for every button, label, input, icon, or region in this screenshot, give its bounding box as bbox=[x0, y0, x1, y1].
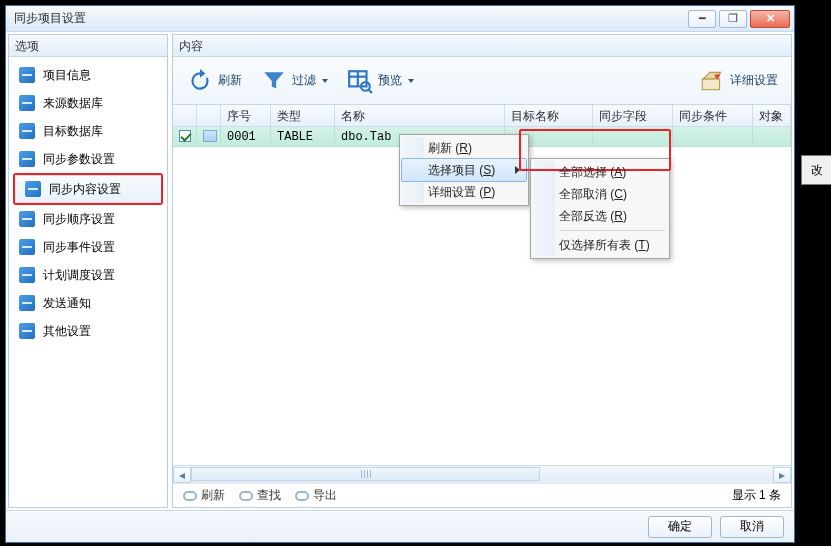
folder-icon bbox=[19, 211, 35, 227]
refresh-icon bbox=[186, 67, 214, 95]
status-count: 显示 1 条 bbox=[732, 487, 781, 504]
horizontal-scrollbar[interactable]: ◂ ▸ bbox=[173, 465, 791, 483]
sidebar-item-label: 同步参数设置 bbox=[43, 151, 115, 168]
funnel-icon bbox=[260, 67, 288, 95]
sidebar-item-target-db[interactable]: 目标数据库 bbox=[9, 117, 167, 145]
status-refresh[interactable]: 刷新 bbox=[183, 487, 225, 504]
sidebar-item-label: 同步事件设置 bbox=[43, 239, 115, 256]
folder-icon bbox=[19, 151, 35, 167]
folder-icon bbox=[25, 181, 41, 197]
menu-item-select-items[interactable]: 选择项目 (S) bbox=[401, 158, 527, 182]
sidebar-item-label: 来源数据库 bbox=[43, 95, 103, 112]
menu-item-select-all[interactable]: 全部选择 (A) bbox=[533, 161, 667, 183]
window-buttons: ━ ❐ ✕ bbox=[688, 10, 790, 28]
menu-item-detail-settings[interactable]: 详细设置 (P) bbox=[402, 181, 526, 203]
folder-icon bbox=[19, 295, 35, 311]
sidebar-panel: 选项 项目信息 来源数据库 目标数据库 同步参数设置 bbox=[8, 34, 168, 508]
sidebar-item-source-db[interactable]: 来源数据库 bbox=[9, 89, 167, 117]
col-type[interactable]: 类型 bbox=[271, 105, 335, 126]
menu-label: 全部反选 (R) bbox=[559, 208, 627, 225]
col-target-name[interactable]: 目标名称 bbox=[505, 105, 593, 126]
menu-item-deselect-all[interactable]: 全部取消 (C) bbox=[533, 183, 667, 205]
sidebar-item-label: 发送通知 bbox=[43, 295, 91, 312]
sidebar-item-sync-events[interactable]: 同步事件设置 bbox=[9, 233, 167, 261]
cancel-button[interactable]: 取消 bbox=[720, 516, 784, 538]
button-label: 取消 bbox=[740, 518, 764, 535]
menu-item-invert-selection[interactable]: 全部反选 (R) bbox=[533, 205, 667, 227]
cell-seq: 0001 bbox=[221, 127, 271, 146]
status-bar: 刷新 查找 导出 显示 1 条 bbox=[173, 483, 791, 507]
menu-item-refresh[interactable]: 刷新 (R) bbox=[402, 137, 526, 159]
folder-icon bbox=[19, 95, 35, 111]
grid-header: 序号 类型 名称 目标名称 同步字段 同步条件 对象 bbox=[173, 105, 791, 127]
cell-check[interactable] bbox=[173, 127, 197, 146]
ok-button[interactable]: 确定 bbox=[648, 516, 712, 538]
refresh-button[interactable]: 刷新 bbox=[179, 62, 249, 100]
grid-search-icon bbox=[346, 67, 374, 95]
titlebar: 同步项目设置 ━ ❐ ✕ bbox=[6, 6, 794, 32]
sidebar-item-label: 计划调度设置 bbox=[43, 267, 115, 284]
minimize-button[interactable]: ━ bbox=[688, 10, 716, 28]
scroll-thumb[interactable] bbox=[191, 467, 540, 481]
menu-label: 选择项目 (S) bbox=[428, 162, 495, 179]
folder-icon bbox=[19, 239, 35, 255]
col-name[interactable]: 名称 bbox=[335, 105, 505, 126]
sidebar-item-schedule[interactable]: 计划调度设置 bbox=[9, 261, 167, 289]
preview-button[interactable]: 预览 bbox=[339, 62, 421, 100]
toolbar-label: 详细设置 bbox=[730, 72, 778, 89]
col-object[interactable]: 对象 bbox=[753, 105, 791, 126]
window-title: 同步项目设置 bbox=[14, 10, 688, 27]
col-sync-cond[interactable]: 同步条件 bbox=[673, 105, 753, 126]
toolbar-label: 刷新 bbox=[218, 72, 242, 89]
col-sync-field[interactable]: 同步字段 bbox=[593, 105, 673, 126]
checkbox-icon[interactable] bbox=[179, 130, 191, 142]
dropdown-icon bbox=[322, 79, 328, 83]
status-export[interactable]: 导出 bbox=[295, 487, 337, 504]
col-check[interactable] bbox=[173, 105, 197, 126]
content-header: 内容 bbox=[173, 35, 791, 57]
menu-label: 刷新 (R) bbox=[428, 140, 472, 157]
col-seq[interactable]: 序号 bbox=[221, 105, 271, 126]
maximize-button[interactable]: ❐ bbox=[719, 10, 747, 28]
cell-sync-cond bbox=[673, 127, 753, 146]
detail-settings-button[interactable]: 详细设置 bbox=[691, 62, 785, 100]
close-button[interactable]: ✕ bbox=[750, 10, 790, 28]
background-dialog-label: 改 bbox=[811, 162, 823, 179]
scroll-left-button[interactable]: ◂ bbox=[173, 467, 191, 483]
context-submenu: 全部选择 (A) 全部取消 (C) 全部反选 (R) 仅选择所有表 (T) bbox=[530, 158, 670, 259]
sidebar-item-notify[interactable]: 发送通知 bbox=[9, 289, 167, 317]
sidebar-list: 项目信息 来源数据库 目标数据库 同步参数设置 同步内容 bbox=[9, 57, 167, 507]
link-icon bbox=[295, 491, 309, 501]
sidebar-item-sync-content[interactable]: 同步内容设置 bbox=[15, 175, 161, 203]
folder-icon bbox=[19, 267, 35, 283]
menu-label: 全部选择 (A) bbox=[559, 164, 626, 181]
sidebar-item-project-info[interactable]: 项目信息 bbox=[9, 61, 167, 89]
submenu-arrow-icon bbox=[515, 166, 520, 174]
scroll-track[interactable] bbox=[191, 467, 773, 483]
content-panel: 内容 刷新 过滤 bbox=[172, 34, 792, 508]
col-icon[interactable] bbox=[197, 105, 221, 126]
svg-line-4 bbox=[369, 89, 372, 92]
sidebar-item-sync-params[interactable]: 同步参数设置 bbox=[9, 145, 167, 173]
menu-item-select-tables-only[interactable]: 仅选择所有表 (T) bbox=[533, 234, 667, 256]
link-icon bbox=[239, 491, 253, 501]
sidebar-item-other[interactable]: 其他设置 bbox=[9, 317, 167, 345]
highlight-annotation: 同步内容设置 bbox=[13, 173, 163, 205]
menu-separator bbox=[559, 230, 665, 231]
svg-rect-5 bbox=[702, 78, 719, 89]
sidebar-item-label: 项目信息 bbox=[43, 67, 91, 84]
folder-icon bbox=[19, 67, 35, 83]
status-label: 查找 bbox=[257, 487, 281, 504]
settings-icon bbox=[698, 67, 726, 95]
sidebar-item-label: 同步顺序设置 bbox=[43, 211, 115, 228]
button-label: 确定 bbox=[668, 518, 692, 535]
dialog-footer: 确定 取消 bbox=[6, 510, 794, 542]
filter-button[interactable]: 过滤 bbox=[253, 62, 335, 100]
sidebar-item-sync-order[interactable]: 同步顺序设置 bbox=[9, 205, 167, 233]
scroll-right-button[interactable]: ▸ bbox=[773, 467, 791, 483]
dropdown-icon bbox=[408, 79, 414, 83]
menu-label: 详细设置 (P) bbox=[428, 184, 495, 201]
status-find[interactable]: 查找 bbox=[239, 487, 281, 504]
cell-icon bbox=[197, 127, 221, 146]
table-icon bbox=[203, 130, 217, 142]
